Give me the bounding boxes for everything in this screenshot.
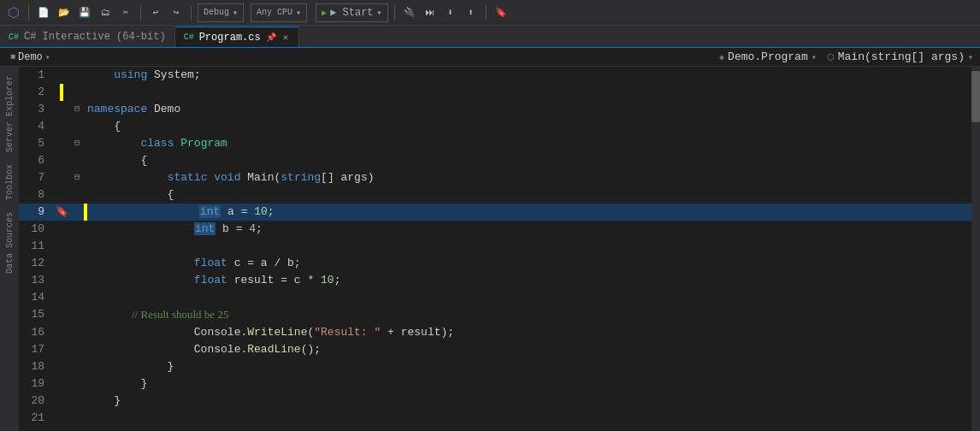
cpu-config-dropdown[interactable]: Any CPU ▾	[251, 3, 307, 22]
code-19[interactable]: }	[84, 375, 971, 393]
code-16[interactable]: Console.WriteLine("Result: " + result);	[84, 324, 971, 341]
line-10: 10 int b = 4;	[19, 221, 971, 238]
code-3[interactable]: namespace Demo	[84, 101, 971, 118]
code-21[interactable]	[84, 410, 971, 427]
scrollbar-thumb[interactable]	[971, 71, 980, 122]
code-18[interactable]: }	[84, 358, 971, 375]
start-button[interactable]: ▶ ▶ Start ▾	[316, 3, 388, 22]
edit-button[interactable]: ✂	[117, 4, 134, 21]
new-project-button[interactable]: 📄	[35, 4, 52, 21]
breadcrumb-icon: ■	[10, 52, 15, 62]
redo-button[interactable]: ↪	[168, 4, 185, 21]
code-7[interactable]: static void Main(string[] args)	[84, 169, 971, 186]
bookmark-button[interactable]: 🔖	[493, 4, 510, 21]
line-11: 11	[19, 238, 971, 255]
line-num-13: 13	[19, 272, 53, 289]
code-8[interactable]: {	[84, 186, 971, 204]
fold-16	[70, 324, 84, 341]
fold-11	[70, 238, 84, 255]
gutter-8	[53, 186, 70, 204]
step-over-button[interactable]: ⏭	[422, 4, 439, 21]
line-num-19: 19	[19, 375, 53, 393]
attach-debugger-button[interactable]: 🔌	[401, 4, 418, 21]
debug-config-dropdown[interactable]: Debug ▾	[198, 3, 244, 22]
step-out-button[interactable]: ⬆	[463, 4, 480, 21]
fold-5[interactable]: ⊟	[70, 135, 84, 152]
breadcrumb-class-dropdown[interactable]: ▾	[812, 52, 817, 62]
code-2[interactable]	[84, 84, 971, 101]
line-num-8: 8	[19, 186, 53, 204]
code-13[interactable]: float result = c * 10;	[84, 272, 971, 289]
fold-17	[70, 341, 84, 358]
fold-19	[70, 375, 84, 393]
breadcrumb-project[interactable]: ■ Demo ▾	[7, 51, 54, 63]
gutter-9[interactable]: 🔖	[53, 204, 70, 221]
breadcrumb-method-icon: ⬡	[827, 52, 835, 62]
code-14[interactable]	[84, 289, 971, 306]
tab-close-button[interactable]: ✕	[281, 31, 291, 44]
gutter-11	[53, 238, 70, 255]
line-14: 14	[19, 289, 971, 306]
line-num-6: 6	[19, 152, 53, 169]
code-17[interactable]: Console.ReadLine();	[84, 341, 971, 358]
fold-3[interactable]: ⊟	[70, 101, 84, 118]
fold-12	[70, 255, 84, 272]
debug-config-label: Debug	[204, 8, 229, 17]
line-num-12: 12	[19, 255, 53, 272]
vertical-scrollbar[interactable]	[971, 67, 980, 431]
line-num-16: 16	[19, 324, 53, 341]
code-15[interactable]: // Result should be 25	[84, 306, 971, 324]
line-15: 15 // Result should be 25	[19, 306, 971, 324]
code-6[interactable]: {	[84, 152, 971, 169]
line-19: 19 }	[19, 375, 971, 393]
code-12[interactable]: float c = a / b;	[84, 255, 971, 272]
code-5[interactable]: class Program	[84, 135, 971, 152]
open-file-button[interactable]: 📂	[56, 4, 73, 21]
fold-21	[70, 410, 84, 427]
save-all-button[interactable]: 🗂	[97, 4, 114, 21]
breadcrumb-right: ◈ Demo.Program ▾ ⬡ Main(string[] args) ▾	[719, 50, 973, 63]
sidebar-toolbox[interactable]: Toolbox	[3, 159, 16, 205]
sidebar-server-explorer[interactable]: Server Explorer	[3, 70, 16, 157]
cs-interactive-label: C# Interactive (64-bit)	[24, 31, 166, 43]
fold-2	[70, 84, 84, 101]
line-num-14: 14	[19, 289, 53, 306]
undo-button[interactable]: ↩	[147, 4, 164, 21]
code-20[interactable]: }	[84, 393, 971, 410]
line-num-11: 11	[19, 238, 53, 255]
gutter-4	[53, 118, 70, 135]
gutter-14	[53, 289, 70, 306]
breadcrumb-project-dropdown[interactable]: ▾	[45, 52, 50, 62]
line-1: 1 using System;	[19, 67, 971, 84]
code-1[interactable]: using System;	[84, 67, 971, 84]
line-num-3: 3	[19, 101, 53, 118]
code-10[interactable]: int b = 4;	[84, 221, 971, 238]
sep4	[394, 5, 395, 21]
fold-20	[70, 393, 84, 410]
breadcrumb-class-label: Demo.Program	[728, 50, 808, 63]
sidebar-data-sources[interactable]: Data Sources	[3, 207, 16, 279]
code-4[interactable]: {	[84, 118, 971, 135]
breadcrumb-method-dropdown[interactable]: ▾	[968, 52, 973, 62]
bookmark-icon-9: 🔖	[56, 204, 68, 221]
code-9[interactable]: int a = 10;	[87, 204, 971, 221]
code-11[interactable]	[84, 238, 971, 255]
step-into-button[interactable]: ⬇	[442, 4, 459, 21]
fold-7[interactable]: ⊟	[70, 169, 84, 186]
cs-interactive-icon: C#	[9, 32, 19, 42]
toolbar: ⬡ 📄 📂 💾 🗂 ✂ ↩ ↪ Debug ▾ Any CPU ▾ ▶ ▶ St…	[0, 0, 980, 26]
line-7: 7 ⊟ static void Main(string[] args)	[19, 169, 971, 186]
line-num-17: 17	[19, 341, 53, 358]
gutter-3	[53, 101, 70, 118]
tab-program-cs[interactable]: C# Program.cs 📌 ✕	[175, 27, 300, 47]
line-num-18: 18	[19, 358, 53, 375]
sep5	[486, 5, 487, 21]
code-editor[interactable]: 1 using System; 2 3 ⊟ namespace Demo	[19, 67, 971, 431]
line-8: 8 {	[19, 186, 971, 204]
sidebar-strip: Server Explorer Toolbox Data Sources	[0, 67, 19, 431]
gutter-5	[53, 135, 70, 152]
gutter-6	[53, 152, 70, 169]
line-3: 3 ⊟ namespace Demo	[19, 101, 971, 118]
save-button[interactable]: 💾	[76, 4, 93, 21]
tab-cs-interactive[interactable]: C# C# Interactive (64-bit)	[0, 27, 175, 47]
